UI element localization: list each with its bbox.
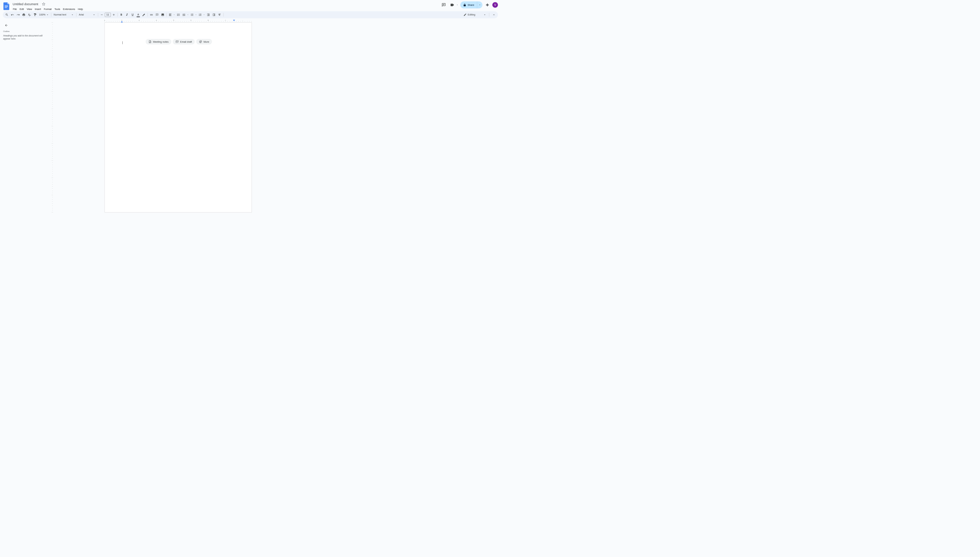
document-page[interactable]: Meeting notes Email draft More (105, 22, 252, 212)
spellcheck-button[interactable] (27, 12, 32, 17)
svg-rect-3 (443, 4, 444, 5)
email-icon (175, 40, 178, 43)
zoom-dropdown[interactable]: 100% (38, 13, 50, 16)
collapse-outline-button[interactable] (3, 22, 9, 28)
clear-format-icon (218, 13, 221, 16)
toolbar-divider (489, 13, 489, 16)
add-comment-button[interactable] (154, 12, 160, 17)
bulleted-list-button[interactable] (189, 12, 195, 17)
text-color-button[interactable] (136, 12, 140, 17)
menu-file[interactable]: File (12, 7, 18, 11)
gemini-button[interactable] (484, 2, 491, 8)
increase-indent-button[interactable] (211, 12, 216, 17)
increase-font-size-button[interactable] (111, 12, 116, 17)
document-title[interactable]: Untitled document (12, 2, 39, 6)
paragraph-style-dropdown[interactable]: Normal text (52, 13, 75, 16)
ruler-number: 6 (208, 20, 209, 21)
meet-dropdown[interactable] (456, 4, 459, 6)
bold-icon (119, 13, 122, 16)
svg-rect-0 (5, 5, 8, 6)
insert-link-button[interactable] (149, 12, 154, 17)
paint-roller-icon (33, 13, 36, 16)
bold-button[interactable] (119, 12, 124, 17)
meet-button[interactable] (449, 2, 456, 8)
highlight-color-button[interactable] (141, 12, 147, 17)
redo-icon (16, 13, 20, 16)
checklist-button[interactable] (181, 12, 186, 17)
menu-help[interactable]: Help (77, 7, 84, 11)
caret-down-icon (483, 13, 486, 16)
zoom-value: 100% (39, 13, 45, 16)
chip-more[interactable]: More (196, 39, 212, 44)
horizontal-ruler[interactable]: 11234567 (51, 20, 501, 22)
paragraph-style-value: Normal text (54, 13, 70, 16)
undo-icon (11, 13, 14, 16)
underline-button[interactable] (130, 12, 135, 17)
print-icon (22, 13, 25, 16)
vertical-ruler[interactable] (51, 22, 54, 281)
document-area: 11234567 Meeting notes Email draft More (51, 20, 501, 281)
spark-icon (485, 3, 490, 7)
clear-formatting-button[interactable] (217, 12, 222, 17)
caret-down-icon (203, 14, 205, 15)
line-spacing-icon (177, 13, 180, 16)
menu-extensions[interactable]: Extensions (62, 7, 76, 11)
menu-format[interactable]: Format (43, 7, 53, 11)
chip-meeting-notes[interactable]: Meeting notes (146, 39, 172, 44)
chevron-up-icon (492, 13, 495, 16)
account-avatar[interactable]: V (492, 2, 498, 8)
share-dropdown[interactable] (477, 2, 482, 8)
decrease-font-size-button[interactable] (99, 12, 105, 17)
outline-empty-hint: Headings you add to the document will ap… (3, 34, 48, 41)
align-dropdown[interactable] (173, 12, 175, 17)
right-indent-marker[interactable] (233, 20, 235, 21)
editing-mode-dropdown[interactable]: Editing (462, 13, 488, 16)
ruler-number: 4 (173, 20, 174, 21)
caret-down-icon (456, 4, 458, 6)
svg-point-5 (191, 14, 191, 15)
caret-down-icon (195, 14, 197, 15)
pencil-icon (464, 13, 467, 16)
print-button[interactable] (21, 12, 26, 17)
ruler-number: 3 (156, 20, 157, 21)
toolbar-divider (167, 13, 167, 16)
video-camera-icon (450, 3, 454, 7)
checklist-dropdown[interactable] (187, 12, 189, 17)
menu-tools[interactable]: Tools (53, 7, 61, 11)
menu-insert[interactable]: Insert (33, 7, 42, 11)
star-button[interactable] (41, 2, 46, 7)
toolbar-divider (147, 13, 148, 16)
redo-button[interactable] (16, 12, 21, 17)
insert-image-button[interactable] (160, 12, 165, 17)
search-menus-button[interactable] (4, 12, 9, 17)
italic-button[interactable] (124, 12, 129, 17)
comment-history-button[interactable] (440, 2, 447, 8)
decrease-indent-button[interactable] (206, 12, 211, 17)
document-icon (149, 40, 152, 43)
menu-edit[interactable]: Edit (18, 7, 25, 11)
italic-icon (126, 13, 129, 16)
undo-button[interactable] (10, 12, 15, 17)
lock-icon (463, 3, 466, 7)
align-button[interactable] (167, 12, 173, 17)
numbered-list-button[interactable] (198, 12, 203, 17)
toolbar: 100% Normal text Arial (3, 11, 498, 18)
share-label: Share (467, 3, 474, 6)
font-size-input[interactable] (105, 13, 111, 17)
docs-logo[interactable] (3, 2, 10, 11)
font-family-dropdown[interactable]: Arial (78, 13, 97, 16)
toolbar-divider (223, 13, 224, 16)
menu-view[interactable]: View (26, 7, 33, 11)
chip-label: More (204, 40, 209, 43)
bulleted-list-dropdown[interactable] (195, 12, 197, 17)
share-button[interactable]: Share (461, 2, 477, 8)
paint-format-button[interactable] (33, 12, 38, 17)
caret-down-icon (479, 4, 481, 6)
collapse-toolbar-button[interactable] (492, 12, 497, 17)
toolbar-divider (76, 13, 77, 16)
chip-email-draft[interactable]: Email draft (173, 39, 195, 44)
ruler-number: 2 (139, 20, 140, 21)
line-spacing-button[interactable] (176, 12, 181, 17)
outline-sidebar: Outline Headings you add to the document… (0, 20, 51, 281)
numbered-list-dropdown[interactable] (203, 12, 205, 17)
